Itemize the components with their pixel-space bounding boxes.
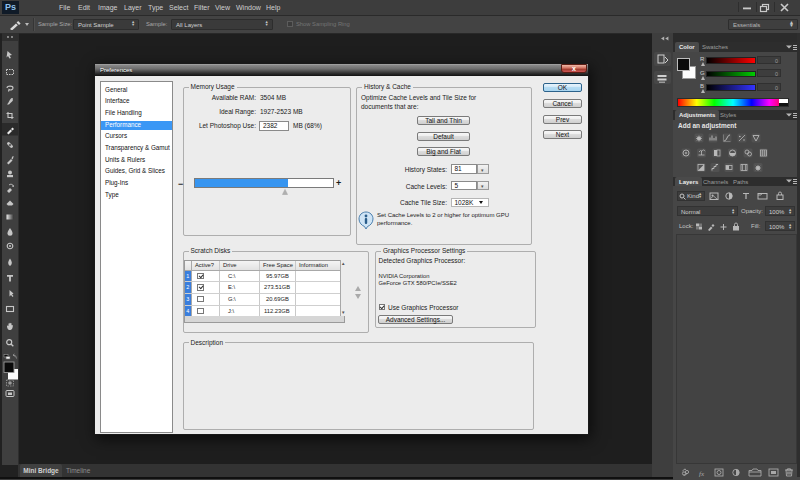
svg-text:fx: fx [699, 470, 705, 478]
